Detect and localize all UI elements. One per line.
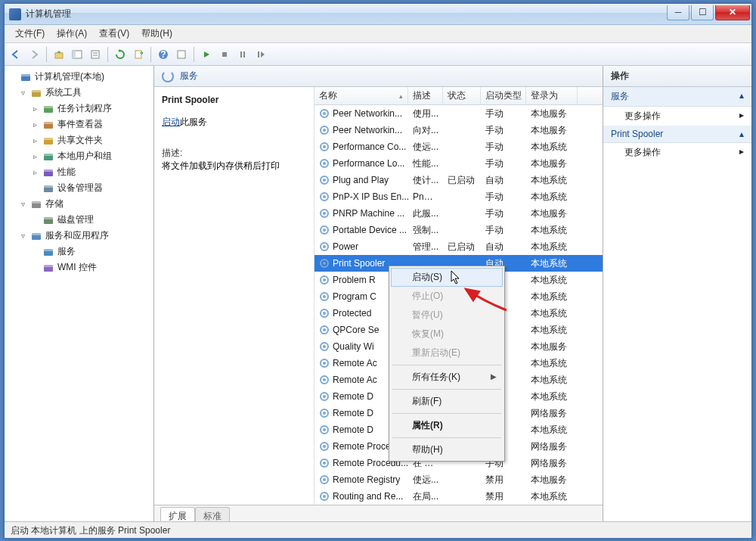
chevron-right-icon: ▶ [491,372,497,381]
tree-item[interactable]: WMI 控件 [5,260,153,275]
svg-rect-17 [32,90,41,92]
service-row[interactable]: Plug and Play使计...已启动自动本地系统 [314,172,603,188]
collapse-icon[interactable]: ▴ [739,129,744,139]
context-menu[interactable]: 启动(S)停止(O)暂停(U)恢复(M)重新启动(E)所有任务(K)▶刷新(F)… [389,266,505,462]
svg-rect-23 [44,138,53,140]
action-item[interactable]: 更多操作▸ [603,143,751,162]
collapse-icon[interactable]: ▴ [739,90,744,103]
expander-icon[interactable]: ▿ [18,89,27,97]
expander-icon[interactable]: ▹ [30,120,39,129]
service-row[interactable]: Performance Lo...性能...手动本地服务 [314,155,603,172]
maximize-button[interactable]: ☐ [691,5,714,20]
menu-item[interactable]: 查看(V) [93,25,135,42]
tree-item[interactable]: ▿服务和应用程序 [5,228,153,244]
expander-icon[interactable]: ▹ [30,152,39,160]
expander-icon[interactable]: ▹ [30,104,39,113]
expander-icon[interactable]: ▿ [18,200,27,208]
col-desc[interactable]: 描述 [408,87,443,104]
tree-item[interactable]: ▹任务计划程序 [5,101,153,117]
service-row[interactable]: PnP-X IP Bus En...PnP-...手动本地系统 [314,188,603,205]
tree-item[interactable]: ▹事件查看器 [5,117,153,132]
tree-panel[interactable]: 计算机管理(本地)▿系统工具▹任务计划程序▹事件查看器▹共享文件夹▹本地用户和组… [5,66,154,521]
event-icon [42,119,54,131]
tree-item[interactable]: 磁盘管理 [5,212,153,228]
svg-point-55 [323,229,326,232]
service-icon [319,391,330,402]
close-button[interactable]: ✕ [715,5,750,20]
action-section-header[interactable]: 服务▴ [603,87,751,107]
help-button[interactable]: ? [155,46,172,63]
service-status [443,160,481,166]
context-menu-item[interactable]: 刷新(F) [391,392,503,411]
service-row[interactable]: Peer Networkin...向对...手动本地服务 [314,122,603,138]
service-row[interactable]: PNRP Machine ...此服...手动本地服务 [314,205,603,222]
titlebar[interactable]: 计算机管理 ─ ☐ ✕ [5,4,751,25]
tree-item[interactable]: ▹共享文件夹 [5,132,153,148]
properties-button[interactable] [87,46,104,63]
export-button[interactable] [130,46,147,63]
action-item[interactable]: 更多操作▸ [603,107,751,126]
window-controls: ─ ☐ ✕ [667,5,750,20]
show-hide-tree-button[interactable] [69,46,85,63]
tree-item[interactable]: 设备管理器 [5,180,153,196]
action-button[interactable] [173,46,190,63]
list-header[interactable]: 名称▴ 描述 状态 启动类型 登录为 [314,87,603,105]
service-name: Program C [333,291,376,302]
service-row[interactable]: Portable Device ...强制...手动本地系统 [314,222,603,238]
context-menu-item[interactable]: 所有任务(K)▶ [391,368,503,387]
context-menu-item[interactable]: 帮助(H) [391,440,503,459]
expander-icon[interactable]: ▹ [30,136,39,145]
restart-service-button[interactable] [253,46,269,63]
col-name[interactable]: 名称▴ [314,87,408,104]
action-section-header[interactable]: Print Spooler▴ [603,126,751,143]
expander-icon[interactable]: ▹ [30,168,39,176]
service-name: Plug and Play [333,175,389,185]
col-logon[interactable]: 登录为 [526,87,578,104]
service-row[interactable]: Performance Co...使远...手动本地系统 [314,138,603,155]
status-bar: 启动 本地计算机 上的服务 Print Spooler [5,521,751,538]
col-status[interactable]: 状态 [443,87,481,104]
refresh-button[interactable] [112,46,129,63]
context-menu-item[interactable]: 启动(S) [391,268,503,287]
pause-service-button[interactable] [234,46,251,63]
tree-item[interactable]: ▹本地用户和组 [5,148,153,164]
menu-item[interactable]: 帮助(H) [135,25,178,42]
service-row[interactable]: Peer Networkin...使用...手动本地服务 [314,105,603,122]
service-row[interactable]: Remote Registry使远...禁用本地服务 [314,471,603,488]
service-row[interactable]: Power管理...已启动自动本地系统 [314,238,603,255]
svg-rect-29 [44,185,53,188]
tree-item[interactable]: ▿系统工具 [5,85,153,101]
start-service-button[interactable] [198,46,215,63]
gear-icon [162,70,174,82]
svg-point-63 [323,295,326,298]
service-row[interactable]: Routing and Re...在局...禁用本地系统 [314,488,603,505]
service-status [443,210,481,216]
svg-rect-9 [178,51,185,58]
svg-rect-2 [73,51,76,58]
tree-item[interactable]: ▿存储 [5,196,153,212]
svg-rect-33 [44,217,53,219]
stop-service-button[interactable] [216,46,233,63]
service-icon [319,424,330,435]
services-icon [42,246,54,258]
col-start[interactable]: 启动类型 [481,87,526,104]
back-button[interactable] [8,46,24,63]
context-menu-item[interactable]: 属性(R) [391,416,503,435]
menu-item[interactable]: 文件(F) [9,25,51,42]
forward-button[interactable] [26,46,42,63]
up-button[interactable] [51,46,67,63]
expander-icon[interactable]: ▿ [18,232,27,240]
chevron-right-icon: ▸ [739,146,744,159]
tab-extended[interactable]: 扩展 [160,507,195,521]
menubar[interactable]: 文件(F)操作(A)查看(V)帮助(H) [5,25,751,43]
minimize-button[interactable]: ─ [667,5,689,20]
tree-item[interactable]: 服务 [5,244,153,260]
start-service-link[interactable]: 启动 [162,117,180,127]
svg-rect-31 [32,201,41,204]
chevron-right-icon: ▸ [739,110,744,123]
service-icon [319,358,330,368]
tree-item[interactable]: ▹性能 [5,164,153,180]
tree-item[interactable]: 计算机管理(本地) [5,69,153,85]
tab-standard[interactable]: 标准 [195,507,230,521]
menu-item[interactable]: 操作(A) [51,25,93,42]
